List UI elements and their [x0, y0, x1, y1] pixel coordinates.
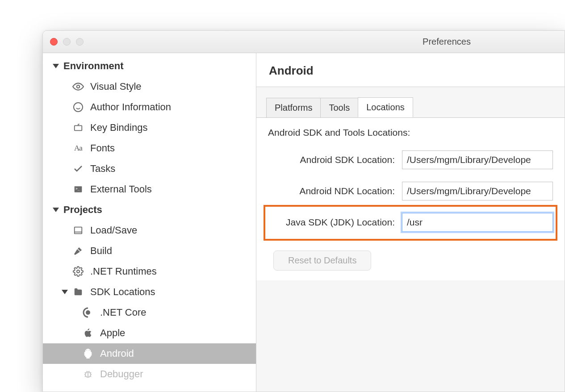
sidebar-item-net-runtimes[interactable]: .NET Runtimes: [43, 261, 256, 282]
dotnet-icon: [82, 307, 94, 318]
svg-point-11: [87, 350, 87, 350]
sidebar-category-projects[interactable]: Projects: [43, 200, 256, 220]
android-icon: [82, 348, 94, 359]
sidebar-item-label: Fonts: [90, 142, 115, 154]
apple-icon: [82, 327, 94, 339]
android-ndk-input[interactable]: [402, 182, 553, 200]
svg-line-19: [85, 376, 86, 377]
preferences-window: Preferences Environment Visual Style: [42, 30, 565, 392]
gear-icon: [72, 266, 84, 277]
sidebar-item-debugger[interactable]: Debugger: [43, 364, 256, 384]
svg-point-1: [74, 103, 83, 112]
sidebar-item-label: Visual Style: [90, 81, 142, 92]
svg-point-10: [86, 310, 90, 315]
sidebar-item-label: Build: [90, 245, 112, 257]
sidebar-item-label: Android: [100, 348, 134, 359]
sidebar-item-author-information[interactable]: Author Information: [43, 97, 256, 117]
sidebar-item-key-bindings[interactable]: Key Bindings: [43, 117, 256, 138]
sidebar-item-apple[interactable]: Apple: [43, 323, 256, 343]
window-title: Preferences: [43, 37, 565, 47]
sidebar-category-label: Projects: [63, 204, 102, 216]
svg-text:>_: >_: [75, 187, 80, 191]
tab-tools[interactable]: Tools: [320, 98, 358, 117]
row-java-sdk: Java SDK (JDK) Location:: [268, 213, 553, 232]
content-pane: Android Platforms Tools Locations Androi…: [256, 53, 565, 392]
sidebar-item-android[interactable]: Android: [43, 343, 256, 364]
row-android-ndk: Android NDK Location:: [268, 182, 553, 200]
sidebar-category-label: Environment: [63, 60, 123, 72]
sidebar-item-label: .NET Runtimes: [90, 266, 157, 277]
fonts-icon: Aa: [72, 142, 84, 154]
sidebar-item-label: Author Information: [90, 101, 171, 113]
reset-to-defaults-button[interactable]: Reset to Defaults: [273, 250, 371, 271]
sidebar-item-label: SDK Locations: [90, 286, 155, 298]
window-controls: [50, 38, 84, 46]
bug-icon: [82, 368, 94, 380]
sidebar-item-fonts[interactable]: Aa Fonts: [43, 138, 256, 158]
tab-strip: Platforms Tools Locations: [256, 97, 565, 118]
java-sdk-input[interactable]: [402, 213, 553, 232]
row-android-sdk: Android SDK Location:: [268, 150, 553, 169]
keyboard-icon: [72, 122, 84, 133]
sidebar-item-label: Debugger: [100, 368, 143, 380]
chevron-down-icon: [53, 64, 59, 68]
section-title: Android SDK and Tools Locations:: [268, 127, 553, 138]
tab-panel-locations: Android SDK and Tools Locations: Android…: [256, 117, 565, 280]
svg-rect-7: [75, 227, 82, 234]
titlebar: Preferences: [43, 31, 565, 53]
svg-line-20: [90, 376, 91, 377]
sidebar-item-visual-style[interactable]: Visual Style: [43, 76, 256, 97]
sidebar-item-load-save[interactable]: Load/Save: [43, 220, 256, 241]
disk-icon: [72, 225, 84, 236]
android-sdk-label: Android SDK Location:: [268, 154, 402, 165]
minimize-window-button[interactable]: [63, 38, 71, 46]
tab-platforms[interactable]: Platforms: [266, 98, 321, 117]
eye-icon: [72, 81, 84, 92]
svg-point-0: [77, 85, 80, 88]
svg-line-18: [90, 372, 91, 373]
sidebar-item-label: Tasks: [90, 163, 115, 175]
sidebar-category-environment[interactable]: Environment: [43, 56, 256, 76]
svg-line-17: [85, 372, 86, 373]
jdk-highlight: Java SDK (JDK) Location:: [264, 205, 557, 241]
svg-point-9: [77, 270, 80, 273]
chevron-down-icon: [53, 208, 59, 212]
svg-rect-4: [75, 125, 82, 130]
sidebar-item-tasks[interactable]: Tasks: [43, 158, 256, 179]
zoom-window-button[interactable]: [76, 38, 84, 46]
check-icon: [72, 163, 84, 175]
chevron-down-icon: [62, 290, 68, 294]
sidebar: Environment Visual Style Author Informat…: [43, 53, 256, 392]
sidebar-item-label: Apple: [100, 327, 125, 339]
sidebar-item-label: Key Bindings: [90, 122, 147, 133]
terminal-icon: >_: [72, 183, 84, 195]
page-title: Android: [256, 53, 565, 87]
close-window-button[interactable]: [50, 38, 58, 46]
window-body: Environment Visual Style Author Informat…: [43, 53, 565, 392]
android-sdk-input[interactable]: [402, 150, 553, 169]
smile-icon: [72, 101, 84, 113]
sidebar-item-external-tools[interactable]: >_ External Tools: [43, 179, 256, 200]
sidebar-item-build[interactable]: Build: [43, 241, 256, 261]
tab-locations[interactable]: Locations: [358, 97, 413, 117]
sidebar-item-net-core[interactable]: .NET Core: [43, 302, 256, 323]
sidebar-item-sdk-locations[interactable]: SDK Locations: [43, 282, 256, 302]
sidebar-item-label: .NET Core: [100, 307, 146, 318]
sidebar-item-label: External Tools: [90, 183, 152, 195]
java-sdk-label: Java SDK (JDK) Location:: [268, 217, 402, 228]
android-ndk-label: Android NDK Location:: [268, 186, 402, 196]
sidebar-item-label: Load/Save: [90, 225, 137, 236]
hammer-icon: [72, 245, 84, 257]
svg-point-12: [89, 350, 89, 350]
folder-icon: [72, 286, 84, 298]
tab-area: Platforms Tools Locations Android SDK an…: [256, 87, 565, 392]
